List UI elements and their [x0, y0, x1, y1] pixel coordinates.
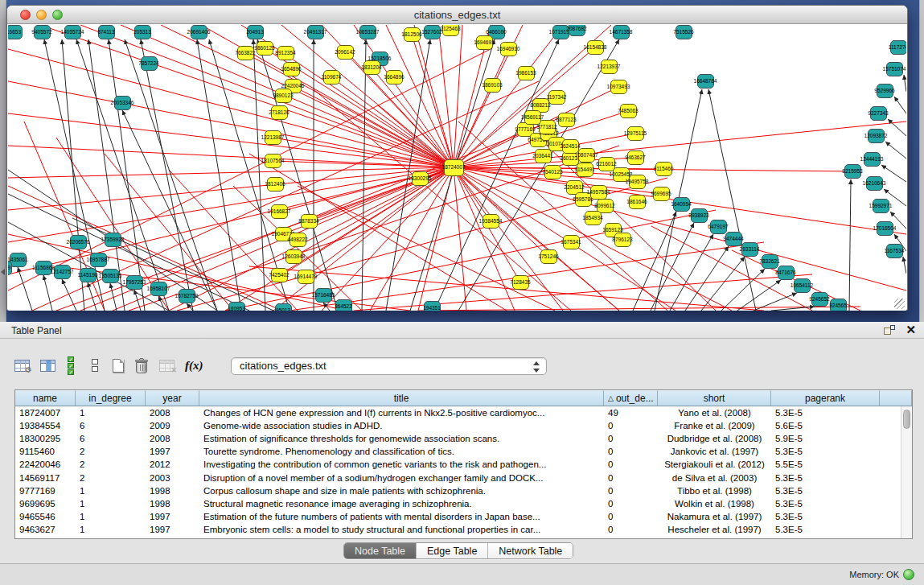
- network-node[interactable]: 1986153: [518, 66, 535, 80]
- network-node[interactable]: 16653: [8, 25, 23, 39]
- network-node[interactable]: 16957887: [90, 253, 107, 267]
- show-columns-icon[interactable]: [40, 354, 55, 377]
- network-node[interactable]: 20206576: [70, 235, 87, 249]
- table-row[interactable]: 977716911998Corpus callosum shape and si…: [15, 484, 912, 497]
- network-node[interactable]: 1527602: [424, 25, 441, 39]
- splitpane-collapse-icon[interactable]: [1, 269, 5, 275]
- network-canvas[interactable]: 1665394055721405572487411320531320691406…: [8, 25, 906, 311]
- network-node[interactable]: 39159: [8, 261, 12, 275]
- network-node[interactable]: 16782759: [179, 289, 195, 303]
- tab-node-table[interactable]: Node Table: [344, 543, 417, 558]
- table-row[interactable]: 946362711997Embryonic stem cells: a mode…: [15, 523, 912, 536]
- network-node[interactable]: 16958107: [150, 282, 167, 296]
- network-node[interactable]: 20053346: [114, 96, 131, 110]
- network-node[interactable]: 15716485: [315, 288, 332, 303]
- network-node[interactable]: 12603948: [285, 249, 302, 264]
- network-node[interactable]: 1831204: [363, 60, 380, 75]
- network-node[interactable]: 4498222: [290, 233, 306, 247]
- table-row[interactable]: 1872400712008Changes of HCN gene express…: [15, 406, 912, 419]
- network-node[interactable]: 10653287: [359, 25, 376, 39]
- network-node[interactable]: 11156869: [35, 261, 52, 275]
- network-node[interactable]: 12213987: [265, 130, 281, 145]
- network-node[interactable]: 1145190: [80, 268, 97, 282]
- table-row[interactable]: 1938455462009Genome-wide association stu…: [15, 419, 912, 432]
- network-node[interactable]: 2087682: [569, 25, 585, 36]
- network-node[interactable]: 1197342: [548, 90, 565, 105]
- network-node[interactable]: 6877123: [558, 113, 575, 127]
- network-node[interactable]: 14671358: [613, 25, 630, 39]
- network-node[interactable]: 15751074: [886, 62, 903, 76]
- network-node[interactable]: 1694691: [476, 35, 493, 50]
- network-node[interactable]: 2036441: [535, 149, 552, 163]
- table-row[interactable]: 1830029562008Estimation of significance …: [15, 432, 912, 445]
- network-node[interactable]: 14055724: [64, 25, 81, 39]
- resize-grip[interactable]: [894, 299, 905, 309]
- network-node[interactable]: 17359928: [105, 233, 121, 247]
- network-node[interactable]: 1640954: [673, 197, 690, 212]
- network-node[interactable]: 9699695: [653, 187, 670, 201]
- network-node[interactable]: 2096142: [337, 45, 354, 60]
- network-node[interactable]: 1117274: [890, 40, 907, 55]
- network-node[interactable]: 864522: [335, 299, 352, 311]
- network-node[interactable]: 8796123: [614, 233, 631, 247]
- network-node[interactable]: 10973493: [610, 80, 627, 94]
- network-node[interactable]: 17957253: [126, 275, 143, 290]
- network-node[interactable]: 14957584: [590, 185, 607, 200]
- network-node[interactable]: 9405572: [34, 25, 51, 39]
- network-node[interactable]: 2933114: [741, 242, 758, 257]
- network-node[interactable]: 95013: [275, 303, 292, 311]
- column-header-year[interactable]: year: [146, 390, 199, 406]
- network-node[interactable]: 19166827: [271, 204, 288, 219]
- network-node[interactable]: 9245652: [811, 292, 828, 307]
- network-node[interactable]: 7857224: [141, 56, 158, 71]
- column-header-title[interactable]: title: [199, 390, 604, 406]
- network-node[interactable]: 7663822: [237, 46, 254, 60]
- network-node[interactable]: 1861646: [629, 195, 646, 209]
- network-node[interactable]: 9860125: [257, 41, 273, 56]
- network-node[interactable]: 1812506: [404, 27, 421, 42]
- network-node[interactable]: 1109674: [323, 70, 340, 84]
- network-node[interactable]: 20691406: [191, 25, 207, 39]
- network-node[interactable]: 205313: [134, 25, 151, 39]
- network-node[interactable]: 9529966: [877, 84, 893, 98]
- function-builder-icon[interactable]: f(x): [185, 354, 203, 377]
- network-node[interactable]: 12444193: [864, 152, 881, 167]
- network-node[interactable]: 9115460: [655, 162, 672, 176]
- network-node[interactable]: 2125463: [442, 25, 459, 36]
- table-row[interactable]: 2242004622012Investigating the contribut…: [15, 458, 912, 471]
- network-node[interactable]: 10807487: [578, 148, 595, 163]
- table-selector-dropdown[interactable]: citations_edges.txt: [231, 357, 547, 375]
- network-node[interactable]: 6479197: [710, 220, 727, 234]
- vertical-scrollbar[interactable]: [901, 406, 912, 538]
- network-node[interactable]: 1869103: [484, 78, 501, 93]
- network-node[interactable]: 8215953: [844, 164, 861, 179]
- network-node[interactable]: 924565: [830, 299, 847, 311]
- network-node[interactable]: 16210643: [866, 176, 883, 191]
- network-node[interactable]: 8938923: [691, 208, 708, 223]
- row-height-icon[interactable]: [92, 354, 98, 377]
- column-header-pagerank[interactable]: pagerank: [771, 390, 880, 406]
- column-header-short[interactable]: short: [658, 390, 771, 406]
- column-header-out_de[interactable]: △out_de...: [604, 390, 658, 406]
- tab-edge-table[interactable]: Edge Table: [417, 543, 488, 558]
- network-node[interactable]: 1664896: [386, 70, 403, 84]
- network-node[interactable]: 7832621: [762, 254, 778, 269]
- network-node[interactable]: 14569117: [524, 110, 541, 125]
- network-node[interactable]: 7540123: [544, 165, 561, 179]
- network-node[interactable]: 16946910: [500, 42, 517, 56]
- network-node[interactable]: 1854934: [585, 211, 602, 225]
- network-node[interactable]: 19495758: [629, 175, 646, 189]
- network-node[interactable]: 1654896: [283, 62, 300, 76]
- network-node[interactable]: 12142757: [54, 265, 71, 279]
- network-node[interactable]: 16648784: [697, 74, 714, 89]
- network-hub-node[interactable]: 18724007: [444, 159, 464, 176]
- scrollbar-thumb[interactable]: [903, 410, 910, 429]
- network-node[interactable]: 18300295: [412, 171, 429, 186]
- delete-column-icon[interactable]: [135, 354, 148, 377]
- network-node[interactable]: 7128435: [512, 275, 529, 290]
- network-node[interactable]: 3771812: [539, 120, 556, 134]
- network-node[interactable]: 1812406: [267, 177, 284, 192]
- network-node[interactable]: 2718126: [271, 105, 288, 120]
- column-header-in_degree[interactable]: in_degree: [76, 390, 146, 406]
- table-row[interactable]: 969969511998Structural magnetic resonanc…: [15, 497, 912, 510]
